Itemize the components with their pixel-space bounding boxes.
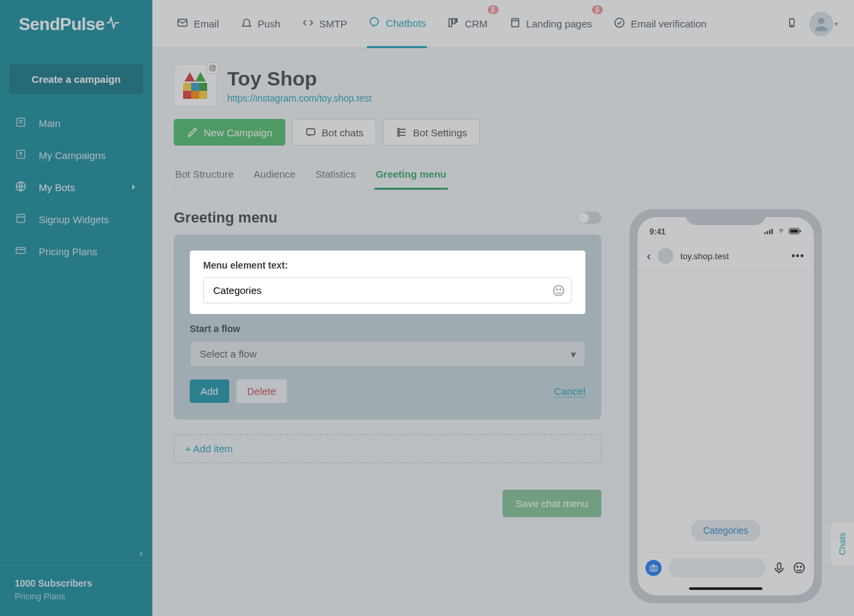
chats-side-tab[interactable]: Chats [830,521,854,567]
topnav-verification[interactable]: Email verification [612,0,708,48]
menu-item-panel: Menu element text: Start a flow Select a… [174,235,601,420]
svg-point-35 [795,563,805,573]
brand-logo: SendPulse [0,0,152,48]
bot-avatar [174,64,217,107]
phone-conversation: Categories [637,271,814,552]
sidebar-item-widgets[interactable]: Signup Widgets [0,204,152,235]
svg-point-19 [398,128,400,130]
svg-point-37 [801,567,802,568]
sidebar-footer: ‹ 1000 Subscribers Pricing Plans [0,565,152,616]
menu-chip[interactable]: Categories [691,520,760,541]
brand-text: SendPulse [19,14,104,35]
topnav-smtp[interactable]: SMTP [301,0,349,48]
sidebar-item-bots[interactable]: My Bots [0,172,152,202]
sidebar-nav: Main My Campaigns My Bots Signup Widgets… [0,108,152,267]
tab-greeting-menu[interactable]: Greeting menu [374,160,448,190]
add-item-button[interactable]: + Add item [174,434,601,463]
profile-avatar [658,248,674,264]
sidebar-item-main[interactable]: Main [0,108,152,138]
tab-bot-structure[interactable]: Bot Structure [174,160,235,190]
pricing-link[interactable]: Pricing Plans [15,591,138,601]
start-flow-group: Start a flow Select a flow ▾ [190,323,585,367]
beta-badge: β [488,5,499,14]
menu-text-group: Menu element text: [190,251,585,314]
svg-point-17 [214,66,215,67]
chat-icon [368,16,380,30]
svg-rect-4 [16,248,25,254]
list-icon [15,116,28,130]
menu-text-input[interactable] [203,277,572,303]
svg-rect-8 [453,19,456,24]
svg-point-36 [797,567,799,568]
user-menu[interactable]: ▾ [809,12,838,36]
sidebar-item-pricing[interactable]: Pricing Plans [0,236,152,267]
mobile-icon[interactable] [787,15,797,33]
section-title: Greeting menu [174,209,277,226]
button-label: New Campaign [204,127,273,138]
back-icon[interactable]: ‹ [647,249,651,263]
page-title: Toy Shop [227,67,372,90]
widget-icon [15,212,28,226]
kanban-icon [447,17,459,31]
panel-actions: Add Delete Cancel [190,379,585,404]
tab-statistics[interactable]: Statistics [314,160,357,190]
svg-point-21 [398,134,400,136]
add-button[interactable]: Add [190,379,229,403]
card-icon [15,245,28,258]
emoji-icon[interactable] [552,284,565,297]
svg-point-22 [554,285,564,295]
emoji-face-icon[interactable] [793,561,806,575]
subscriber-count: 1000 Subscribers [15,578,138,589]
chevron-left-icon [132,184,138,190]
greeting-toggle[interactable] [577,212,601,224]
collapse-sidebar-button[interactable]: ‹ [140,547,143,559]
phone-screen: 9:41 ‹ toy.shop.test ••• Categories [637,217,814,595]
profile-name: toy.shop.test [680,251,729,261]
topnav-crm[interactable]: CRM β [446,0,488,48]
sidebar-item-label: My Campaigns [39,150,106,161]
menu-text-label: Menu element text: [203,260,572,271]
create-campaign-button[interactable]: Create a campaign [9,64,143,94]
phone-chat-header: ‹ toy.shop.test ••• [637,244,814,271]
svg-point-23 [557,289,558,290]
toy-blocks-icon [180,71,210,100]
svg-point-13 [791,25,792,25]
message-input[interactable] [668,558,766,578]
topnav-label: Email [194,18,219,29]
bell-icon [241,17,253,31]
upload-icon [15,148,28,162]
sidebar-item-label: My Bots [39,182,75,193]
topnav-label: Landing pages [527,18,592,29]
svg-rect-34 [778,563,781,570]
save-chat-menu-button[interactable]: Save chat menu [503,490,601,517]
svg-point-24 [560,289,561,290]
bot-chats-button[interactable]: Bot chats [292,119,377,146]
main-content: Toy Shop https://instagram.com/toy.shop.… [152,48,854,616]
camera-icon[interactable] [646,560,662,576]
new-campaign-button[interactable]: New Campaign [174,119,285,146]
topnav-label: CRM [464,18,487,29]
pulse-icon [106,15,120,33]
check-icon [613,17,625,31]
caret-down-icon: ▾ [835,20,838,27]
topnav-label: Chatbots [386,17,426,29]
start-flow-select[interactable]: Select a flow [190,341,585,367]
topnav-email[interactable]: Email [175,0,221,48]
topnav-landing[interactable]: Landing pages β [508,0,593,48]
sidebar-item-campaigns[interactable]: My Campaigns [0,140,152,170]
phone-time: 9:41 [650,227,666,237]
more-icon[interactable]: ••• [791,250,805,262]
topnav-push[interactable]: Push [239,0,282,48]
content-row: Greeting menu Menu element text: [174,209,833,603]
phone-input-bar [637,552,814,583]
cancel-link[interactable]: Cancel [554,386,585,398]
page-url-link[interactable]: https://instagram.com/toy.shop.test [227,93,372,104]
delete-button[interactable]: Delete [236,379,287,404]
topnav-chatbots[interactable]: Chatbots [367,0,427,48]
tab-audience[interactable]: Audience [253,160,297,190]
signal-icon [764,227,774,237]
bot-settings-button[interactable]: Bot Settings [383,119,480,146]
microphone-icon[interactable] [772,561,786,575]
svg-rect-27 [769,230,770,234]
topbar: Email Push SMTP Chatbots CRM β Landing p… [152,0,854,48]
